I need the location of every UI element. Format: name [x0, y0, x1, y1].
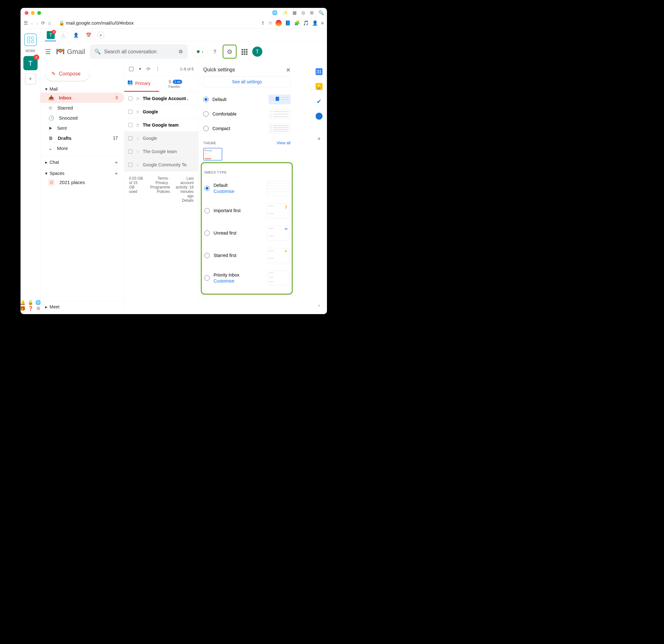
- tab-drive[interactable]: △: [59, 31, 67, 39]
- nav-snoozed[interactable]: 🕒Snoozed: [40, 113, 124, 123]
- apps-icon[interactable]: [241, 48, 247, 55]
- bell-icon[interactable]: 🔔: [21, 300, 26, 305]
- message-row[interactable]: ☆The Google team: [124, 119, 199, 132]
- nav-back-icon[interactable]: ‹: [31, 20, 33, 26]
- customise-link[interactable]: Customise: [213, 278, 240, 283]
- checkbox[interactable]: [129, 123, 133, 127]
- details-link[interactable]: Details: [182, 198, 194, 203]
- sidebar-toggle-icon[interactable]: ☰: [24, 20, 28, 26]
- star-toggle-icon[interactable]: ☆: [136, 96, 140, 101]
- bookmark-icon[interactable]: ☆: [268, 20, 273, 26]
- theme-thumbnail[interactable]: M Gmail+: [203, 148, 222, 161]
- contacts-app-icon[interactable]: 👤: [316, 113, 323, 120]
- search-input[interactable]: 🔍 Search all conversation ⚙: [90, 44, 188, 59]
- address-bar[interactable]: 🔒 mail.google.com/mail/u/0/#inbox: [54, 20, 258, 26]
- globe-icon[interactable]: 🌐: [272, 10, 278, 16]
- share-icon[interactable]: ⇪: [261, 20, 265, 26]
- workspace-apps-icon[interactable]: [24, 34, 37, 46]
- theme-view-all-link[interactable]: View all: [276, 141, 291, 146]
- customise-link[interactable]: Customise: [213, 189, 234, 194]
- checkbox[interactable]: [129, 136, 133, 140]
- refresh-button[interactable]: ⟳: [147, 66, 150, 72]
- nav-space-item[interactable]: ☷2021 places: [40, 177, 124, 188]
- inbox-starred-option[interactable]: Starred first ★: [204, 244, 289, 267]
- table-icon[interactable]: ▦: [292, 10, 297, 16]
- select-dropdown-icon[interactable]: ▾: [139, 66, 141, 72]
- tasks-app-icon[interactable]: ✔: [316, 98, 323, 105]
- workspace-profile[interactable]: T3: [23, 56, 38, 70]
- chrome-menu-icon[interactable]: ≡: [321, 20, 324, 26]
- nav-section-mail[interactable]: ▾Mail: [40, 86, 124, 93]
- tab-social[interactable]: 👥S 1 ne Facebo: [159, 76, 199, 92]
- music-icon[interactable]: 🎵: [303, 20, 309, 26]
- grid-icon[interactable]: ⊞: [310, 10, 314, 16]
- message-row[interactable]: ☆Google: [124, 132, 199, 145]
- message-row[interactable]: ☆Google Community Te.: [124, 158, 199, 171]
- home-icon[interactable]: ⌂: [48, 20, 51, 26]
- wand-icon[interactable]: ✨: [283, 10, 288, 16]
- nav-drafts[interactable]: 🗎Drafts17: [40, 133, 124, 143]
- reload-icon[interactable]: ⟳: [41, 20, 45, 26]
- help-icon[interactable]: ❓: [28, 306, 34, 311]
- nav-inbox[interactable]: 📥Inbox3: [40, 93, 124, 103]
- inbox-unread-option[interactable]: Unread first ✉: [204, 222, 289, 244]
- star-toggle-icon[interactable]: ☆: [136, 162, 140, 168]
- add-chat-button[interactable]: +: [115, 159, 118, 166]
- nav-section-spaces[interactable]: ▾Spaces+: [40, 170, 124, 178]
- status-chip[interactable]: ▾: [192, 46, 207, 57]
- globe-mini-icon[interactable]: 🌐: [35, 300, 41, 305]
- extensions-icon[interactable]: 🧩: [294, 20, 300, 26]
- tab-calendar[interactable]: 📅: [85, 31, 92, 39]
- density-comfortable-option[interactable]: Comfortable: [203, 107, 291, 121]
- gift-icon[interactable]: 🎁: [21, 306, 26, 311]
- density-compact-option[interactable]: Compact: [203, 121, 291, 136]
- add-workspace-button[interactable]: +: [25, 73, 36, 85]
- account-avatar[interactable]: T: [252, 47, 262, 57]
- tab-contacts[interactable]: 👤: [72, 31, 80, 39]
- add-addon-button[interactable]: +: [317, 136, 321, 142]
- settings-button[interactable]: ⚙: [222, 44, 236, 59]
- checkbox[interactable]: [129, 110, 133, 114]
- density-default-option[interactable]: Default: [203, 92, 291, 107]
- nav-starred[interactable]: ☆Starred: [40, 103, 124, 113]
- nav-section-meet[interactable]: ▸Meet: [40, 303, 124, 315]
- compose-button[interactable]: ✎Compose: [45, 67, 89, 81]
- magnifier-icon[interactable]: 🔍: [318, 10, 324, 16]
- expand-panel-icon[interactable]: ›: [318, 302, 320, 308]
- message-row[interactable]: ☆The Google team: [124, 145, 199, 158]
- star-toggle-icon[interactable]: ☆: [136, 123, 140, 128]
- star-toggle-icon[interactable]: ☆: [136, 136, 140, 141]
- nav-sent[interactable]: ➤Sent: [40, 123, 124, 133]
- star-toggle-icon[interactable]: ☆: [136, 109, 140, 114]
- settings-mini-icon[interactable]: ⚙: [36, 306, 40, 311]
- support-icon[interactable]: ？: [212, 48, 217, 56]
- profile-chip[interactable]: [275, 20, 282, 26]
- account-icon[interactable]: 👤: [312, 20, 318, 26]
- see-all-settings-button[interactable]: See all settings: [203, 77, 291, 87]
- close-settings-button[interactable]: ✕: [286, 67, 291, 73]
- new-tab-button[interactable]: +: [97, 31, 104, 39]
- checkbox[interactable]: [129, 96, 133, 100]
- tab-gmail[interactable]: T3: [47, 31, 55, 39]
- message-row[interactable]: ☆Google: [124, 105, 199, 119]
- main-menu-icon[interactable]: ☰: [45, 48, 51, 55]
- inbox-priority-option[interactable]: Priority InboxCustomise: [204, 267, 289, 289]
- keep-app-icon[interactable]: 💡: [316, 83, 323, 90]
- checkbox[interactable]: [129, 163, 133, 167]
- search-options-icon[interactable]: ⚙: [179, 49, 183, 55]
- select-all-checkbox[interactable]: [129, 67, 133, 71]
- calendar-app-icon[interactable]: 31: [316, 68, 323, 75]
- docs-icon[interactable]: 📘: [285, 20, 291, 26]
- nav-fwd-icon[interactable]: ›: [36, 20, 38, 26]
- nav-section-chat[interactable]: ▸Chat+: [40, 158, 124, 166]
- footer-links[interactable]: Terms · Privacy · Programme Policies: [146, 176, 170, 203]
- inbox-important-option[interactable]: Important first ❯: [204, 199, 289, 222]
- message-row[interactable]: ☆The Google Account .: [124, 92, 199, 105]
- checkbox[interactable]: [129, 149, 133, 153]
- compass-icon[interactable]: ◎: [302, 10, 305, 16]
- star-toggle-icon[interactable]: ☆: [136, 149, 140, 154]
- inbox-default-option[interactable]: DefaultCustomise: [204, 177, 289, 199]
- lock-mini-icon[interactable]: 🔒: [28, 300, 34, 305]
- more-menu-icon[interactable]: ⋮: [155, 66, 160, 72]
- add-space-button[interactable]: +: [115, 170, 118, 177]
